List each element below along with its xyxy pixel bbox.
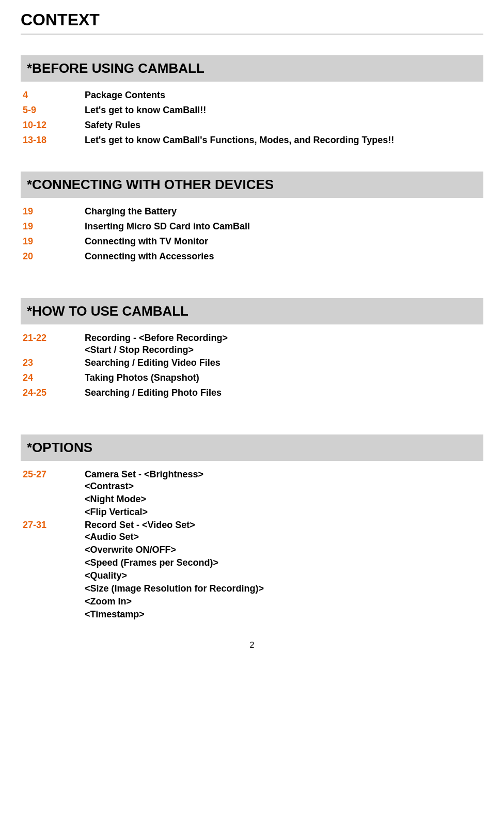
toc-sub-text: <Timestamp> <box>85 609 145 620</box>
toc-entry: 19 Connecting with TV Monitor <box>21 236 483 247</box>
toc-sub-text: <Speed (Frames per Second)> <box>85 557 218 568</box>
toc-page: 5-9 <box>23 105 85 116</box>
toc-sub-entry: <Quality> <box>21 570 483 581</box>
toc-sub-entry: <Zoom In> <box>21 596 483 607</box>
toc-entry: 19 Charging the Battery <box>21 206 483 217</box>
toc-text: Connecting with Accessories <box>85 251 214 262</box>
toc-page: 27-31 <box>23 520 85 531</box>
section-header-connecting: *CONNECTING WITH OTHER DEVICES <box>21 172 483 198</box>
toc-sub-text: <Night Mode> <box>85 494 146 505</box>
toc-text: Recording - <Before Recording> <box>85 333 228 344</box>
toc-sub-entry: <Contrast> <box>21 481 483 492</box>
toc-page: 24 <box>23 372 85 383</box>
toc-entry: 5-9 Let's get to know CamBall!! <box>21 105 483 116</box>
toc-sub-text: <Start / Stop Recording> <box>85 345 194 355</box>
toc-entry: 25-27 Camera Set - <Brightness> <box>21 469 483 480</box>
toc-entry: 10-12 Safety Rules <box>21 120 483 131</box>
toc-entry: 20 Connecting with Accessories <box>21 251 483 262</box>
toc-sub-text: <Size (Image Resolution for Recording)> <box>85 583 264 594</box>
toc-page: 19 <box>23 221 85 232</box>
toc-text: Safety Rules <box>85 120 140 131</box>
toc-text: Let's get to know CamBall!! <box>85 105 206 116</box>
toc-entry: 24-25 Searching / Editing Photo Files <box>21 387 483 398</box>
toc-page: 19 <box>23 206 85 217</box>
toc-entry: 27-31 Record Set - <Video Set> <box>21 520 483 531</box>
toc-page: 19 <box>23 236 85 247</box>
toc-entry: 23 Searching / Editing Video Files <box>21 358 483 368</box>
section-how-to-use: *HOW TO USE CAMBALL 21-22 Recording - <B… <box>21 298 483 398</box>
toc-text: Camera Set - <Brightness> <box>85 469 203 480</box>
section-connecting: *CONNECTING WITH OTHER DEVICES 19 Chargi… <box>21 172 483 262</box>
toc-sub-entry: <Size (Image Resolution for Recording)> <box>21 583 483 594</box>
toc-page: 4 <box>23 90 85 101</box>
toc-sub-entry: <Speed (Frames per Second)> <box>21 557 483 568</box>
toc-sub-entry: <Audio Set> <box>21 532 483 542</box>
toc-entry: 19 Inserting Micro SD Card into CamBall <box>21 221 483 232</box>
page-number: 2 <box>21 641 483 650</box>
page-title: CONTEXT <box>21 10 483 35</box>
toc-text: Let's get to know CamBall's Functions, M… <box>85 135 394 146</box>
toc-text: Package Contents <box>85 90 165 101</box>
section-before-using: *BEFORE USING CAMBALL 4 Package Contents… <box>21 55 483 146</box>
toc-entry: 21-22 Recording - <Before Recording> <box>21 333 483 344</box>
toc-page: 20 <box>23 251 85 262</box>
toc-page: 13-18 <box>23 135 85 146</box>
toc-text: Connecting with TV Monitor <box>85 236 208 247</box>
toc-page: 25-27 <box>23 469 85 480</box>
toc-sub-text: <Audio Set> <box>85 532 139 542</box>
toc-page: 21-22 <box>23 333 85 344</box>
toc-page: 10-12 <box>23 120 85 131</box>
toc-entry: 24 Taking Photos (Snapshot) <box>21 372 483 383</box>
section-options: *OPTIONS 25-27 Camera Set - <Brightness>… <box>21 434 483 620</box>
toc-entry: 4 Package Contents <box>21 90 483 101</box>
toc-entry: 13-18 Let's get to know CamBall's Functi… <box>21 135 483 146</box>
section-header-before-using: *BEFORE USING CAMBALL <box>21 55 483 82</box>
toc-text: Charging the Battery <box>85 206 177 217</box>
toc-text: Taking Photos (Snapshot) <box>85 372 199 383</box>
toc-text: Searching / Editing Video Files <box>85 358 220 368</box>
toc-page: 24-25 <box>23 387 85 398</box>
toc-sub-entry: <Start / Stop Recording> <box>21 345 483 355</box>
section-header-how-to-use: *HOW TO USE CAMBALL <box>21 298 483 324</box>
toc-page: 23 <box>23 358 85 368</box>
toc-sub-text: <Overwrite ON/OFF> <box>85 545 176 555</box>
toc-sub-entry: <Timestamp> <box>21 609 483 620</box>
section-header-options: *OPTIONS <box>21 434 483 461</box>
toc-text: Record Set - <Video Set> <box>85 520 195 531</box>
toc-text: Searching / Editing Photo Files <box>85 387 222 398</box>
toc-sub-text: <Quality> <box>85 570 127 581</box>
toc-sub-text: <Contrast> <box>85 481 134 492</box>
toc-sub-entry: <Flip Vertical> <box>21 507 483 518</box>
toc-sub-text: <Zoom In> <box>85 596 132 607</box>
toc-text: Inserting Micro SD Card into CamBall <box>85 221 250 232</box>
toc-sub-entry: <Night Mode> <box>21 494 483 505</box>
toc-sub-text: <Flip Vertical> <box>85 507 148 518</box>
toc-sub-entry: <Overwrite ON/OFF> <box>21 545 483 555</box>
